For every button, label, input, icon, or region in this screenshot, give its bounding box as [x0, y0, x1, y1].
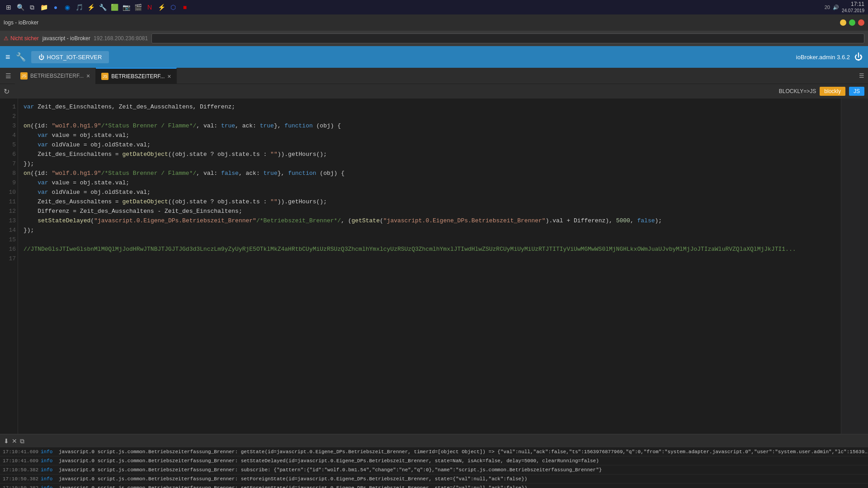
app13-icon[interactable]: ■	[180, 2, 190, 12]
tab-1-label: BETRIEBSZEITERF...	[111, 73, 165, 80]
app5-icon[interactable]: ⚡	[86, 2, 96, 12]
log-copy-icon[interactable]: ⧉	[20, 437, 24, 445]
app-topbar-right: ioBroker.admin 3.6.2 ⏻	[796, 52, 863, 62]
blockly-button[interactable]: blockly	[820, 87, 845, 96]
taskbar-right: 20 🔊 17:11 24.07.2019	[825, 1, 864, 14]
security-badge: ⚠ Nicht sicher	[4, 35, 39, 42]
tab-list-icon[interactable]: ☰	[2, 72, 15, 80]
log-download-icon[interactable]: ⬇	[4, 437, 9, 445]
refresh-button[interactable]: ↻	[4, 87, 9, 96]
minimap	[841, 99, 868, 434]
app11-icon[interactable]: ⚡	[156, 2, 166, 12]
netflix-icon[interactable]: N	[145, 2, 155, 12]
app4-icon[interactable]: 🎵	[74, 2, 84, 12]
host-label: 192.168.200.236:8081	[94, 35, 148, 42]
code-editor: 12345 678910 1112131415 1617 var Zeit_de…	[0, 99, 868, 434]
server-label: HOST_IOT-SERVER	[47, 54, 102, 61]
power-on-icon: ⏻	[38, 54, 44, 61]
task-view-icon[interactable]: ⧉	[27, 2, 37, 12]
address-row: ⚠ Nicht sicher javascript - ioBroker 192…	[0, 31, 868, 46]
taskbar-notification: 20	[825, 5, 830, 10]
js-button[interactable]: JS	[849, 87, 864, 96]
log-panel: ⬇ ✕ ⧉ 17:10:41.609 info javascript.0 scr…	[0, 434, 868, 488]
app7-icon[interactable]: 🟩	[109, 2, 119, 12]
browser-chrome: logs - ioBroker	[0, 14, 868, 31]
edge-icon[interactable]: ◉	[62, 2, 72, 12]
tab-0-icon: JS	[20, 72, 28, 80]
log-row: 17:10:50.382 info javascript.0 script.js…	[0, 465, 868, 474]
maximize-button[interactable]	[849, 19, 855, 26]
tab-1-icon: JS	[101, 73, 108, 80]
warning-icon: ⚠	[4, 35, 9, 42]
logout-button[interactable]: ⏻	[854, 52, 863, 62]
code-content[interactable]: var Zeit_des_Einschaltens, Zeit_des_Auss…	[18, 99, 841, 434]
tab-1-close[interactable]: ×	[167, 73, 171, 80]
taskbar: ⊞ 🔍 ⧉ 📁 ● ◉ 🎵 ⚡ 🔧 🟩 📷 🎬 N ⚡ ⬡ ■ 20 🔊 17:…	[0, 0, 868, 14]
log-row: 17:10:41.609 info javascript.0 script.js…	[0, 456, 868, 465]
blockly-toggle: BLOCKLY=>JS blockly JS	[779, 87, 864, 96]
wrench-icon[interactable]: 🔧	[16, 52, 26, 62]
taskbar-clock: 17:11 24.07.2019	[842, 1, 864, 14]
start-icon[interactable]: ⊞	[4, 2, 14, 12]
line-numbers: 12345 678910 1112131415 1617	[0, 99, 18, 434]
app9-icon[interactable]: 🎬	[133, 2, 143, 12]
taskbar-volume: 🔊	[833, 5, 839, 10]
search-icon[interactable]: 🔍	[15, 2, 25, 12]
chrome-icon[interactable]: ●	[51, 2, 61, 12]
tab-menu-icon[interactable]: ☰	[859, 72, 868, 79]
iobroker-icon[interactable]: ⬡	[168, 2, 178, 12]
browser-title: logs - ioBroker	[4, 19, 836, 26]
security-label: Nicht sicher	[10, 35, 39, 42]
browser-controls	[840, 19, 864, 26]
log-clear-icon[interactable]: ✕	[12, 437, 17, 445]
app8-icon[interactable]: 📷	[121, 2, 131, 12]
server-button[interactable]: ⏻ HOST_IOT-SERVER	[31, 51, 109, 63]
minimize-button[interactable]	[840, 19, 846, 26]
file-explorer-icon[interactable]: 📁	[39, 2, 49, 12]
taskbar-left: ⊞ 🔍 ⧉ 📁 ● ◉ 🎵 ⚡ 🔧 🟩 📷 🎬 N ⚡ ⬡ ■	[4, 2, 190, 12]
tab-1[interactable]: JS BETRIEBSZEITERF... ×	[96, 68, 177, 84]
url-input[interactable]	[151, 33, 864, 43]
hamburger-menu-icon[interactable]: ≡	[5, 52, 10, 62]
editor-toolbar: ↻ BLOCKLY=>JS blockly JS	[0, 84, 868, 99]
log-row: 17:10:50.382 info javascript.0 script.js…	[0, 483, 868, 488]
app6-icon[interactable]: 🔧	[98, 2, 108, 12]
tab-0[interactable]: JS BETRIEBSZEITERF... ×	[15, 68, 96, 84]
log-body: 17:10:41.609 info javascript.0 script.js…	[0, 447, 868, 488]
tab-bar: ☰ JS BETRIEBSZEITERF... × JS BETRIEBSZEI…	[0, 68, 868, 84]
tab-0-close[interactable]: ×	[86, 72, 90, 80]
blockly-label: BLOCKLY=>JS	[779, 88, 816, 94]
version-label: ioBroker.admin 3.6.2	[796, 54, 850, 61]
log-toolbar: ⬇ ✕ ⧉	[0, 435, 868, 447]
editor-container: ☰ JS BETRIEBSZEITERF... × JS BETRIEBSZEI…	[0, 68, 868, 434]
tab-0-label: BETRIEBSZEITERF...	[30, 73, 84, 79]
close-button[interactable]	[858, 19, 864, 26]
app-topbar: ≡ 🔧 ⏻ HOST_IOT-SERVER ioBroker.admin 3.6…	[0, 46, 868, 68]
address-display: javascript - ioBroker 192.168.200.236:80…	[42, 35, 148, 42]
log-row: 17:10:41.609 info javascript.0 script.js…	[0, 447, 868, 456]
log-row: 17:10:50.382 info javascript.0 script.js…	[0, 474, 868, 483]
